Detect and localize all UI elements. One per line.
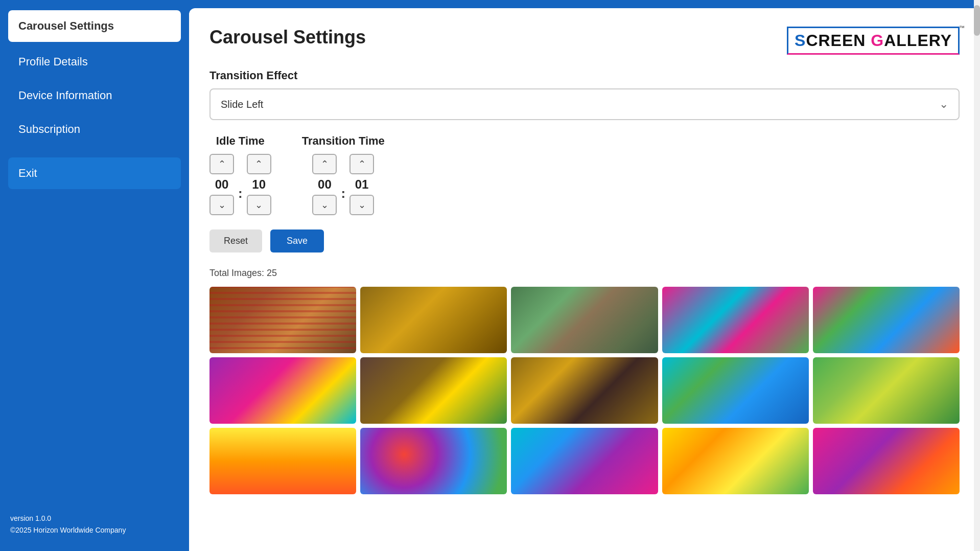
list-item <box>813 287 960 353</box>
idle-hours-up-button[interactable]: ⌃ <box>209 154 234 174</box>
scrollbar-track[interactable] <box>974 0 980 551</box>
list-item <box>209 428 356 494</box>
list-item <box>813 357 960 424</box>
transition-hours-unit: ⌃ 00 ⌄ <box>312 154 337 215</box>
list-item <box>209 287 356 353</box>
idle-minutes-value: 10 <box>247 177 271 192</box>
sidebar-item-profile-details[interactable]: Profile Details <box>8 46 181 78</box>
chevron-down-icon: ⌄ <box>939 98 948 111</box>
idle-time-controls: ⌃ 00 ⌄ : ⌃ 10 ⌄ <box>209 154 271 215</box>
logo-wrapper: ™ SCREEN GALLERY <box>787 27 960 55</box>
list-item <box>662 357 809 424</box>
idle-time-group: Idle Time ⌃ 00 ⌄ : ⌃ 10 ⌄ <box>209 134 271 215</box>
list-item <box>813 428 960 494</box>
transition-hours-down-button[interactable]: ⌄ <box>312 195 337 215</box>
list-item <box>511 287 658 353</box>
transition-minutes-unit: ⌃ 01 ⌄ <box>349 154 374 215</box>
list-item <box>360 287 507 353</box>
list-item <box>662 428 809 494</box>
sidebar-item-device-information[interactable]: Device Information <box>8 80 181 111</box>
transition-effect-dropdown[interactable]: Slide Left ⌄ <box>209 88 960 120</box>
list-item <box>209 357 356 424</box>
idle-minutes-up-button[interactable]: ⌃ <box>247 154 271 174</box>
idle-hours-value: 00 <box>209 177 234 192</box>
main-header: Carousel Settings ™ SCREEN GALLERY <box>209 27 960 55</box>
transition-hours-up-button[interactable]: ⌃ <box>312 154 337 174</box>
transition-hours-value: 00 <box>312 177 337 192</box>
transition-minutes-up-button[interactable]: ⌃ <box>349 154 374 174</box>
transition-effect-value: Slide Left <box>221 99 263 110</box>
transition-time-label: Transition Time <box>302 134 385 148</box>
sidebar-item-subscription[interactable]: Subscription <box>8 113 181 145</box>
transition-minutes-value: 01 <box>349 177 374 192</box>
scrollbar-thumb[interactable] <box>974 5 980 36</box>
action-buttons: Reset Save <box>209 229 960 252</box>
sidebar-footer: version 1.0.0 ©2025 Horizon Worldwide Co… <box>8 508 181 541</box>
reset-button[interactable]: Reset <box>209 229 262 252</box>
transition-effect-label: Transition Effect <box>209 69 960 82</box>
list-item <box>511 357 658 424</box>
transition-time-group: Transition Time ⌃ 00 ⌄ : ⌃ 01 ⌄ <box>302 134 385 215</box>
total-images-label: Total Images: 25 <box>209 268 960 279</box>
idle-minutes-down-button[interactable]: ⌄ <box>247 195 271 215</box>
sidebar-item-exit[interactable]: Exit <box>8 157 181 189</box>
transition-minutes-down-button[interactable]: ⌄ <box>349 195 374 215</box>
list-item <box>360 428 507 494</box>
transition-time-colon: : <box>341 186 345 204</box>
list-item <box>511 428 658 494</box>
idle-minutes-unit: ⌃ 10 ⌄ <box>247 154 271 215</box>
logo-tm-mark: ™ <box>959 25 965 31</box>
main-content: Carousel Settings ™ SCREEN GALLERY Trans… <box>189 8 980 551</box>
sidebar: Carousel Settings Profile Details Device… <box>0 0 189 551</box>
idle-time-label: Idle Time <box>216 134 265 148</box>
idle-time-colon: : <box>238 186 243 204</box>
idle-hours-unit: ⌃ 00 ⌄ <box>209 154 234 215</box>
image-grid <box>209 287 960 494</box>
page-title: Carousel Settings <box>209 27 366 48</box>
sidebar-item-carousel-settings[interactable]: Carousel Settings <box>8 10 181 42</box>
transition-time-controls: ⌃ 00 ⌄ : ⌃ 01 ⌄ <box>312 154 374 215</box>
save-button[interactable]: Save <box>270 229 324 252</box>
list-item <box>662 287 809 353</box>
list-item <box>360 357 507 424</box>
idle-hours-down-button[interactable]: ⌄ <box>209 195 234 215</box>
time-section: Idle Time ⌃ 00 ⌄ : ⌃ 10 ⌄ Transition Tim… <box>209 134 960 215</box>
screen-gallery-logo: SCREEN GALLERY <box>787 27 960 55</box>
